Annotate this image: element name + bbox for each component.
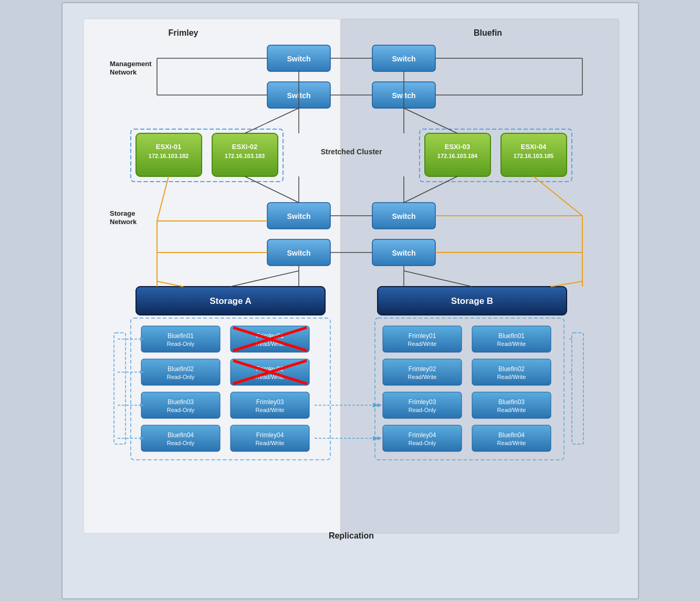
ds-a-bluefin02-mode: Read-Only	[166, 374, 194, 380]
mgmt-network-label: Management	[110, 60, 152, 68]
ds-b-bluefin01-name: Bluefin01	[498, 332, 524, 340]
esxi-04-label: ESXi-04	[520, 143, 546, 151]
ds-b-bluefin03-name: Bluefin03	[498, 398, 524, 406]
ds-a-bluefin02-name: Bluefin02	[167, 365, 193, 373]
ds-a-frimley03-mode: Read/Write	[255, 407, 284, 413]
ds-b-bluefin03-mode: Read/Write	[497, 407, 526, 413]
ds-a-frimley03-name: Frimley03	[256, 398, 284, 406]
ds-b-frimley03-mode: Read-Only	[408, 407, 436, 413]
ds-b-frimley02-mode: Read/Write	[408, 374, 436, 380]
esxi-03-ip: 172.16.103.184	[437, 153, 477, 159]
switch-5-label: Switch	[287, 212, 310, 220]
ds-b-frimley01-mode: Read/Write	[408, 341, 436, 347]
ds-a-bluefin04-name: Bluefin04	[167, 431, 193, 439]
esxi-01-label: ESXi-01	[155, 143, 181, 151]
ds-a-bluefin04-mode: Read-Only	[166, 440, 194, 446]
main-diagram-container: Frimley Bluefin Management Network Switc…	[61, 2, 639, 599]
switch-7-label: Switch	[287, 249, 310, 257]
stretched-cluster-label: Stretched Cluster	[320, 147, 382, 156]
mgmt-network-label-2: Network	[110, 68, 137, 76]
ds-a-bluefin03-mode: Read-Only	[166, 407, 194, 413]
frimley-label: Frimley	[168, 28, 198, 37]
storage-network-label-2: Network	[110, 218, 137, 226]
ds-a-bluefin01-name: Bluefin01	[167, 332, 193, 340]
bluefin-label: Bluefin	[473, 28, 502, 37]
ds-a-bluefin01-mode: Read-Only	[166, 341, 194, 347]
ds-b-bluefin04-name: Bluefin04	[498, 431, 524, 439]
ds-b-frimley02-name: Frimley02	[408, 365, 436, 373]
storage-network-label: Storage	[110, 209, 135, 217]
ds-b-frimley01-name: Frimley01	[408, 332, 436, 340]
ds-b-frimley03-name: Frimley03	[408, 398, 436, 406]
switch-1-label: Switch	[287, 55, 310, 63]
esxi-02-ip: 172.16.103.183	[224, 153, 264, 159]
storage-a-label: Storage A	[210, 296, 252, 306]
ds-a-bluefin03-name: Bluefin03	[167, 398, 193, 406]
switch-2-label: Switch	[392, 55, 415, 63]
switch-8-label: Switch	[392, 249, 415, 257]
ds-b-bluefin02-mode: Read/Write	[497, 374, 526, 380]
storage-b-label: Storage B	[451, 296, 493, 306]
diagram-svg: Frimley Bluefin Management Network Switc…	[78, 14, 624, 581]
ds-a-frimley04-name: Frimley04	[256, 431, 284, 439]
ds-b-frimley04-name: Frimley04	[408, 431, 436, 439]
replication-label: Replication	[328, 531, 373, 540]
ds-a-frimley04-mode: Read/Write	[255, 440, 284, 446]
esxi-03-label: ESXi-03	[444, 143, 469, 151]
ds-b-bluefin04-mode: Read/Write	[497, 440, 526, 446]
ds-b-frimley04-mode: Read-Only	[408, 440, 436, 446]
esxi-02-label: ESXi-02	[232, 143, 257, 151]
esxi-01-ip: 172.16.103.182	[148, 153, 188, 159]
ds-b-bluefin02-name: Bluefin02	[498, 365, 524, 373]
esxi-04-ip: 172.16.103.185	[513, 153, 553, 159]
ds-b-bluefin01-mode: Read/Write	[497, 341, 526, 347]
switch-6-label: Switch	[392, 212, 415, 220]
